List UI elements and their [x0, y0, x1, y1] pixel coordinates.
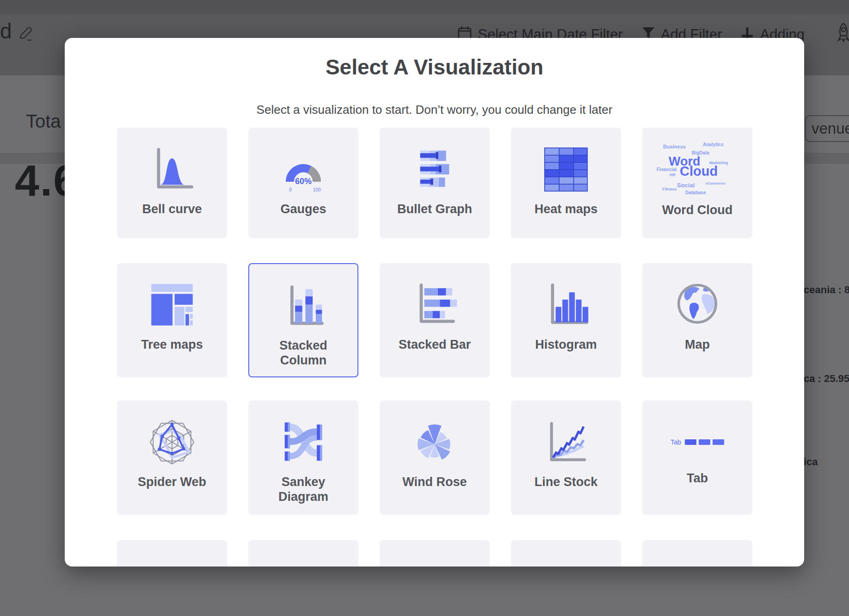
- gauge-icon: 60% 0 100: [276, 143, 331, 195]
- revenue-button-fragment[interactable]: venue: [805, 115, 849, 142]
- rocket-icon[interactable]: [834, 22, 849, 44]
- word-cloud-word: Business: [663, 144, 686, 149]
- stacked-column-icon: [276, 280, 331, 332]
- chart-legend-fragment: ceania : 8: [804, 284, 849, 296]
- card-partial[interactable]: [380, 540, 490, 567]
- card-label: Bell curve: [142, 202, 202, 216]
- visualization-row-2: Tree maps Stacked Column: [117, 263, 752, 377]
- card-tab[interactable]: Tab Tab: [642, 400, 752, 515]
- card-tree-maps[interactable]: Tree maps: [117, 263, 227, 377]
- word-cloud-word: HR: [670, 173, 676, 177]
- card-gauges[interactable]: 60% 0 100 Gauges: [248, 128, 358, 238]
- word-cloud-word: Financial: [657, 167, 677, 172]
- screen: d Select Main Date Filter: [0, 0, 849, 616]
- card-label: Wind Rose: [402, 474, 467, 489]
- tree-map-icon: [144, 279, 200, 331]
- card-partial[interactable]: [248, 540, 358, 567]
- card-label: Word Cloud: [662, 203, 732, 217]
- card-label: Tree maps: [141, 337, 203, 352]
- word-cloud-word: Fitness: [662, 187, 677, 191]
- stacked-bar-icon: [407, 279, 462, 331]
- gauge-value: 60%: [295, 177, 312, 186]
- spider-web-icon: [144, 416, 200, 468]
- card-label: Spider Web: [138, 474, 206, 489]
- card-label: Tab: [687, 471, 708, 486]
- tab-icon-text: Tab: [671, 438, 681, 446]
- word-cloud-icon: Business Analytics BigData Word Marketin…: [657, 142, 738, 196]
- modal-subtitle: Select a visualization to start. Don’t w…: [65, 103, 804, 117]
- card-label: Sankey Diagram: [259, 474, 347, 505]
- card-label: Histogram: [535, 337, 597, 352]
- visualization-row-3: Spider Web: [117, 400, 752, 515]
- background-top-strip: [0, 0, 849, 14]
- sankey-icon: [276, 416, 331, 468]
- tab-segment: [713, 439, 724, 445]
- card-stacked-bar[interactable]: Stacked Bar: [380, 263, 490, 377]
- card-label: Stacked Bar: [399, 337, 471, 352]
- tab-icon: Tab: [671, 436, 724, 449]
- card-partial[interactable]: [511, 540, 621, 567]
- word-cloud-word: Database: [685, 191, 706, 195]
- card-label: Stacked Column: [259, 338, 347, 368]
- card-wind-rose[interactable]: Wind Rose: [380, 400, 490, 515]
- card-sankey-diagram[interactable]: Sankey Diagram: [248, 400, 358, 515]
- wind-rose-icon: [407, 416, 462, 468]
- modal-title: Select A Visualization: [65, 55, 804, 80]
- tab-segment: [699, 439, 710, 445]
- metric-label-fragment: Tota: [26, 111, 61, 132]
- card-label: Heat maps: [535, 202, 598, 216]
- card-label: Bullet Graph: [397, 202, 472, 216]
- visualization-row-4: [117, 540, 752, 567]
- visualization-row-1: Bell curve 60% 0 100 Gauges: [117, 128, 752, 238]
- card-spider-web[interactable]: Spider Web: [117, 400, 227, 515]
- word-cloud-word: Social: [677, 182, 695, 188]
- card-histogram[interactable]: Histogram: [511, 263, 621, 377]
- card-label: Map: [685, 337, 710, 352]
- word-cloud-word: Cloud: [680, 165, 718, 178]
- word-cloud-word: Analytics: [703, 142, 723, 147]
- card-heat-maps[interactable]: Heat maps: [511, 128, 621, 238]
- card-label: Line Stock: [535, 474, 598, 489]
- bell-curve-icon: [144, 143, 200, 195]
- gauge-min: 0: [289, 187, 292, 192]
- card-map[interactable]: Map: [642, 263, 752, 377]
- word-cloud-word: eCommerce: [706, 182, 726, 185]
- card-stacked-column[interactable]: Stacked Column: [248, 263, 358, 377]
- card-partial[interactable]: [642, 540, 752, 567]
- select-visualization-modal: Select A Visualization Select a visualiz…: [65, 38, 804, 567]
- bullet-graph-icon: [407, 143, 462, 195]
- dashboard-title-fragment: d: [0, 18, 12, 43]
- card-line-stock[interactable]: Line Stock: [511, 400, 621, 515]
- heat-map-icon: [538, 143, 594, 195]
- card-word-cloud[interactable]: Business Analytics BigData Word Marketin…: [642, 128, 752, 238]
- chart-legend-fragment: ica: [804, 456, 818, 468]
- card-partial[interactable]: [117, 540, 227, 567]
- gauge-max: 100: [313, 187, 321, 192]
- card-label: Gauges: [280, 202, 326, 216]
- edit-pencil-icon[interactable]: [18, 25, 34, 43]
- histogram-icon: [538, 279, 594, 331]
- chart-legend-fragment: ca : 25.95: [804, 373, 849, 385]
- tab-segment: [685, 439, 696, 445]
- globe-map-icon: [670, 279, 725, 331]
- card-bullet-graph[interactable]: Bullet Graph: [380, 128, 490, 238]
- line-stock-icon: [538, 416, 594, 468]
- card-bell-curve[interactable]: Bell curve: [117, 128, 227, 238]
